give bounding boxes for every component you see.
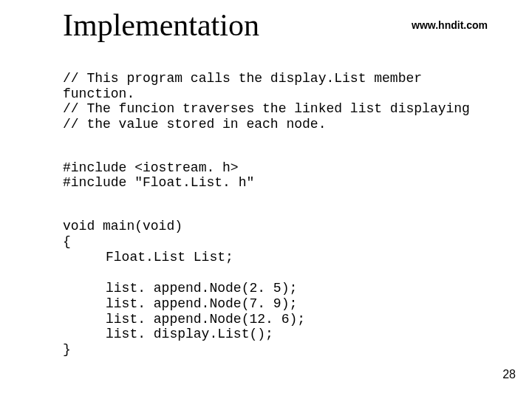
code-line: void main(void) xyxy=(63,219,525,234)
slide-title: Implementation xyxy=(63,7,259,43)
code-line: #include "Float.List. h" xyxy=(63,175,525,191)
code-line: // The funcion traverses the linked list… xyxy=(63,101,525,117)
code-line: Float.List List; xyxy=(106,250,525,265)
code-line: list. append.Node(2. 5); xyxy=(106,281,525,296)
code-line: list. append.Node(7. 9); xyxy=(106,296,525,312)
comment-block: // This program calls the display.List m… xyxy=(0,71,532,132)
code-line: list. display.List(); xyxy=(106,327,525,342)
site-url: www.hndit.com xyxy=(412,19,488,31)
main-body-block: list. append.Node(2. 5); list. append.No… xyxy=(0,281,532,357)
code-line: } xyxy=(63,342,525,358)
code-line: list. append.Node(12. 6); xyxy=(106,312,525,327)
code-line: // This program calls the display.List m… xyxy=(63,71,525,86)
include-block: #include <iostream. h> #include "Float.L… xyxy=(0,160,532,191)
code-line: function. xyxy=(63,86,525,102)
code-line: // the value stored in each node. xyxy=(63,117,525,132)
code-line: #include <iostream. h> xyxy=(63,160,525,176)
header-row: Implementation www.hndit.com xyxy=(0,7,532,43)
code-line: { xyxy=(63,234,525,250)
page-number: 28 xyxy=(502,368,516,381)
main-decl-block: void main(void) { Float.List List; xyxy=(0,219,532,265)
slide: Implementation www.hndit.com // This pro… xyxy=(0,0,532,358)
